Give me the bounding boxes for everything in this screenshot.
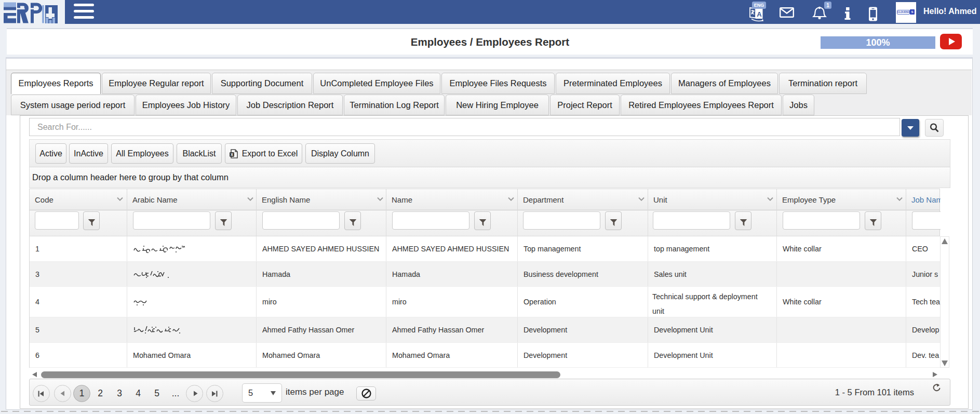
- svg-text:x: x: [231, 152, 233, 157]
- svg-text:A: A: [757, 10, 762, 18]
